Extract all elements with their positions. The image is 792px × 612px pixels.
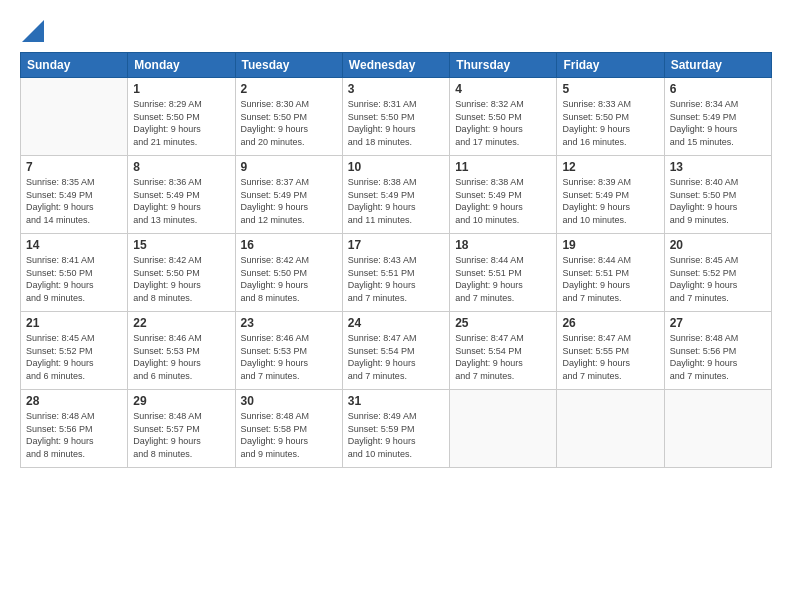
day-number: 15	[133, 238, 229, 252]
calendar-cell	[664, 390, 771, 468]
day-info: Sunrise: 8:47 AMSunset: 5:54 PMDaylight:…	[455, 332, 551, 382]
day-info: Sunrise: 8:40 AMSunset: 5:50 PMDaylight:…	[670, 176, 766, 226]
week-row-4: 21Sunrise: 8:45 AMSunset: 5:52 PMDayligh…	[21, 312, 772, 390]
calendar-cell: 28Sunrise: 8:48 AMSunset: 5:56 PMDayligh…	[21, 390, 128, 468]
calendar-cell: 25Sunrise: 8:47 AMSunset: 5:54 PMDayligh…	[450, 312, 557, 390]
calendar-cell: 10Sunrise: 8:38 AMSunset: 5:49 PMDayligh…	[342, 156, 449, 234]
day-info: Sunrise: 8:30 AMSunset: 5:50 PMDaylight:…	[241, 98, 337, 148]
calendar-cell	[21, 78, 128, 156]
day-info: Sunrise: 8:38 AMSunset: 5:49 PMDaylight:…	[348, 176, 444, 226]
calendar-cell: 24Sunrise: 8:47 AMSunset: 5:54 PMDayligh…	[342, 312, 449, 390]
day-info: Sunrise: 8:42 AMSunset: 5:50 PMDaylight:…	[133, 254, 229, 304]
day-number: 4	[455, 82, 551, 96]
day-number: 7	[26, 160, 122, 174]
day-info: Sunrise: 8:47 AMSunset: 5:54 PMDaylight:…	[348, 332, 444, 382]
weekday-header-wednesday: Wednesday	[342, 53, 449, 78]
day-number: 19	[562, 238, 658, 252]
day-number: 25	[455, 316, 551, 330]
calendar-cell: 19Sunrise: 8:44 AMSunset: 5:51 PMDayligh…	[557, 234, 664, 312]
calendar-cell	[450, 390, 557, 468]
day-number: 13	[670, 160, 766, 174]
weekday-header-tuesday: Tuesday	[235, 53, 342, 78]
weekday-header-monday: Monday	[128, 53, 235, 78]
day-info: Sunrise: 8:48 AMSunset: 5:56 PMDaylight:…	[26, 410, 122, 460]
calendar-cell: 6Sunrise: 8:34 AMSunset: 5:49 PMDaylight…	[664, 78, 771, 156]
day-number: 6	[670, 82, 766, 96]
weekday-header-row: SundayMondayTuesdayWednesdayThursdayFrid…	[21, 53, 772, 78]
day-number: 9	[241, 160, 337, 174]
svg-marker-0	[22, 20, 44, 42]
day-info: Sunrise: 8:45 AMSunset: 5:52 PMDaylight:…	[670, 254, 766, 304]
calendar-cell	[557, 390, 664, 468]
calendar-cell: 20Sunrise: 8:45 AMSunset: 5:52 PMDayligh…	[664, 234, 771, 312]
day-info: Sunrise: 8:45 AMSunset: 5:52 PMDaylight:…	[26, 332, 122, 382]
calendar-cell: 16Sunrise: 8:42 AMSunset: 5:50 PMDayligh…	[235, 234, 342, 312]
day-info: Sunrise: 8:44 AMSunset: 5:51 PMDaylight:…	[562, 254, 658, 304]
day-number: 14	[26, 238, 122, 252]
calendar-cell: 17Sunrise: 8:43 AMSunset: 5:51 PMDayligh…	[342, 234, 449, 312]
day-info: Sunrise: 8:36 AMSunset: 5:49 PMDaylight:…	[133, 176, 229, 226]
day-info: Sunrise: 8:29 AMSunset: 5:50 PMDaylight:…	[133, 98, 229, 148]
day-info: Sunrise: 8:47 AMSunset: 5:55 PMDaylight:…	[562, 332, 658, 382]
day-info: Sunrise: 8:44 AMSunset: 5:51 PMDaylight:…	[455, 254, 551, 304]
weekday-header-thursday: Thursday	[450, 53, 557, 78]
day-info: Sunrise: 8:32 AMSunset: 5:50 PMDaylight:…	[455, 98, 551, 148]
calendar-cell: 8Sunrise: 8:36 AMSunset: 5:49 PMDaylight…	[128, 156, 235, 234]
calendar-cell: 23Sunrise: 8:46 AMSunset: 5:53 PMDayligh…	[235, 312, 342, 390]
calendar-cell: 14Sunrise: 8:41 AMSunset: 5:50 PMDayligh…	[21, 234, 128, 312]
day-info: Sunrise: 8:37 AMSunset: 5:49 PMDaylight:…	[241, 176, 337, 226]
day-info: Sunrise: 8:41 AMSunset: 5:50 PMDaylight:…	[26, 254, 122, 304]
week-row-3: 14Sunrise: 8:41 AMSunset: 5:50 PMDayligh…	[21, 234, 772, 312]
weekday-header-saturday: Saturday	[664, 53, 771, 78]
day-info: Sunrise: 8:35 AMSunset: 5:49 PMDaylight:…	[26, 176, 122, 226]
day-number: 17	[348, 238, 444, 252]
calendar-cell: 18Sunrise: 8:44 AMSunset: 5:51 PMDayligh…	[450, 234, 557, 312]
day-info: Sunrise: 8:49 AMSunset: 5:59 PMDaylight:…	[348, 410, 444, 460]
weekday-header-sunday: Sunday	[21, 53, 128, 78]
day-info: Sunrise: 8:39 AMSunset: 5:49 PMDaylight:…	[562, 176, 658, 226]
header	[20, 16, 772, 46]
calendar-cell: 26Sunrise: 8:47 AMSunset: 5:55 PMDayligh…	[557, 312, 664, 390]
calendar-page: SundayMondayTuesdayWednesdayThursdayFrid…	[0, 0, 792, 612]
day-number: 29	[133, 394, 229, 408]
calendar-cell: 30Sunrise: 8:48 AMSunset: 5:58 PMDayligh…	[235, 390, 342, 468]
day-info: Sunrise: 8:46 AMSunset: 5:53 PMDaylight:…	[133, 332, 229, 382]
day-number: 16	[241, 238, 337, 252]
day-number: 30	[241, 394, 337, 408]
calendar-cell: 1Sunrise: 8:29 AMSunset: 5:50 PMDaylight…	[128, 78, 235, 156]
calendar-cell: 4Sunrise: 8:32 AMSunset: 5:50 PMDaylight…	[450, 78, 557, 156]
calendar-cell: 31Sunrise: 8:49 AMSunset: 5:59 PMDayligh…	[342, 390, 449, 468]
day-number: 28	[26, 394, 122, 408]
week-row-5: 28Sunrise: 8:48 AMSunset: 5:56 PMDayligh…	[21, 390, 772, 468]
week-row-2: 7Sunrise: 8:35 AMSunset: 5:49 PMDaylight…	[21, 156, 772, 234]
day-number: 11	[455, 160, 551, 174]
calendar-cell: 7Sunrise: 8:35 AMSunset: 5:49 PMDaylight…	[21, 156, 128, 234]
calendar-cell: 15Sunrise: 8:42 AMSunset: 5:50 PMDayligh…	[128, 234, 235, 312]
calendar-cell: 13Sunrise: 8:40 AMSunset: 5:50 PMDayligh…	[664, 156, 771, 234]
day-number: 26	[562, 316, 658, 330]
day-info: Sunrise: 8:34 AMSunset: 5:49 PMDaylight:…	[670, 98, 766, 148]
calendar-cell: 9Sunrise: 8:37 AMSunset: 5:49 PMDaylight…	[235, 156, 342, 234]
logo-icon	[22, 16, 44, 46]
weekday-header-friday: Friday	[557, 53, 664, 78]
day-info: Sunrise: 8:48 AMSunset: 5:58 PMDaylight:…	[241, 410, 337, 460]
day-number: 1	[133, 82, 229, 96]
calendar-cell: 27Sunrise: 8:48 AMSunset: 5:56 PMDayligh…	[664, 312, 771, 390]
day-info: Sunrise: 8:31 AMSunset: 5:50 PMDaylight:…	[348, 98, 444, 148]
calendar-cell: 5Sunrise: 8:33 AMSunset: 5:50 PMDaylight…	[557, 78, 664, 156]
day-info: Sunrise: 8:48 AMSunset: 5:57 PMDaylight:…	[133, 410, 229, 460]
day-info: Sunrise: 8:33 AMSunset: 5:50 PMDaylight:…	[562, 98, 658, 148]
day-number: 2	[241, 82, 337, 96]
day-number: 20	[670, 238, 766, 252]
calendar-table: SundayMondayTuesdayWednesdayThursdayFrid…	[20, 52, 772, 468]
day-number: 12	[562, 160, 658, 174]
calendar-cell: 21Sunrise: 8:45 AMSunset: 5:52 PMDayligh…	[21, 312, 128, 390]
day-number: 21	[26, 316, 122, 330]
week-row-1: 1Sunrise: 8:29 AMSunset: 5:50 PMDaylight…	[21, 78, 772, 156]
day-number: 18	[455, 238, 551, 252]
calendar-cell: 3Sunrise: 8:31 AMSunset: 5:50 PMDaylight…	[342, 78, 449, 156]
calendar-cell: 2Sunrise: 8:30 AMSunset: 5:50 PMDaylight…	[235, 78, 342, 156]
day-number: 27	[670, 316, 766, 330]
day-number: 24	[348, 316, 444, 330]
day-info: Sunrise: 8:42 AMSunset: 5:50 PMDaylight:…	[241, 254, 337, 304]
